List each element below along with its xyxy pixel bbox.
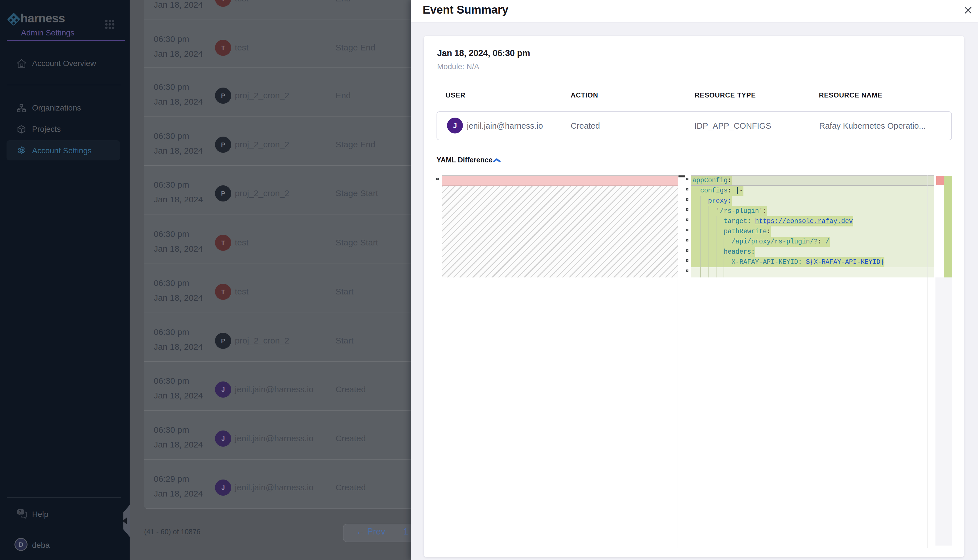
svg-text:?: ? [18,510,21,514]
